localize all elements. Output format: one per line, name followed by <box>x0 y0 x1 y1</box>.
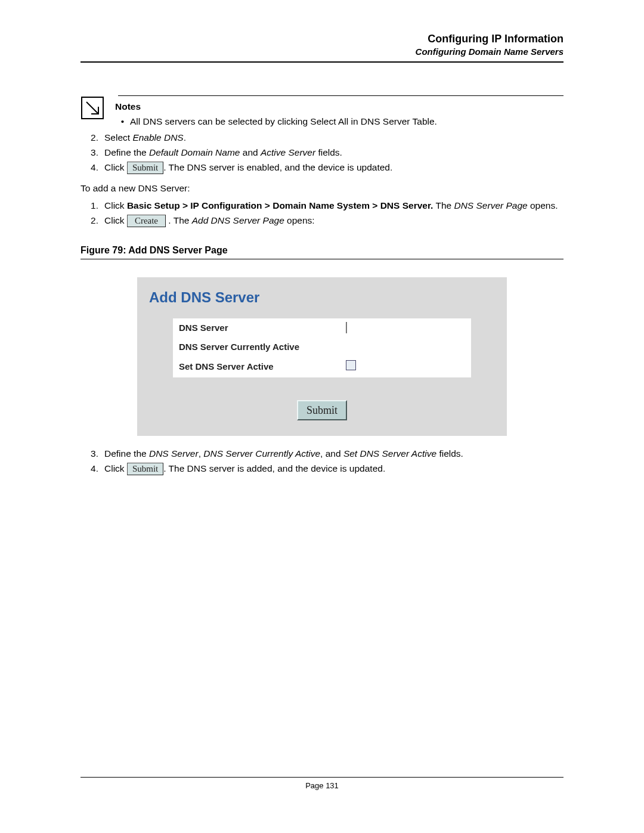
step-text: and <box>240 147 260 157</box>
submit-button-inline: Submit <box>127 463 163 475</box>
step-number: 3. <box>80 147 104 159</box>
dns-active-value <box>340 337 471 357</box>
set-active-label: Set DNS Server Active <box>173 357 340 377</box>
bullet-dot: • <box>115 116 130 128</box>
step-text: . The <box>166 215 192 225</box>
page-footer: Page 131 <box>80 777 564 790</box>
submit-button[interactable]: Submit <box>297 400 347 420</box>
step-em: Set DNS Server Active <box>343 448 436 459</box>
step-number: 2. <box>80 215 104 227</box>
footer-rule <box>80 777 564 778</box>
notes-bullet-text: All DNS servers can be selected by click… <box>130 116 437 128</box>
header-rule <box>80 61 564 63</box>
svg-line-1 <box>86 102 98 114</box>
step-text: opens. <box>528 200 558 210</box>
step-em: Active Server <box>261 147 315 157</box>
step-text: Click <box>104 215 127 225</box>
dns-form-table: DNS Server DNS Server Currently Active S… <box>173 318 471 377</box>
step-text: Define the <box>104 147 149 157</box>
steps-a-list: 2. Select Enable DNS. 3. Define the Defa… <box>80 132 564 174</box>
step-text: The <box>433 200 454 210</box>
submit-button-inline: Submit <box>127 162 163 174</box>
intro-paragraph: To add a new DNS Server: <box>80 182 564 195</box>
dns-server-input[interactable] <box>346 322 347 333</box>
step-text: . The DNS server is added, and the devic… <box>163 463 385 473</box>
figure-caption: Figure 79: Add DNS Server Page <box>80 244 564 257</box>
step-em: Enable DNS <box>132 132 183 143</box>
step-text: Click <box>104 200 127 210</box>
dns-server-label: DNS Server <box>173 318 340 337</box>
header-subtitle: Configuring Domain Name Servers <box>80 47 564 57</box>
step-text: Define the <box>104 448 149 459</box>
notes-label: Notes <box>115 101 564 113</box>
set-active-checkbox[interactable] <box>346 360 356 370</box>
step-em: DNS Server Currently Active <box>203 448 320 459</box>
content-area: Notes • All DNS servers can be selected … <box>80 95 564 475</box>
header-title: Configuring IP Information <box>80 33 564 45</box>
steps-b-list: 1. Click Basic Setup > IP Configuration … <box>80 200 564 227</box>
step-text: , and <box>320 448 343 459</box>
step-text: Select <box>104 132 132 143</box>
figure-top-rule <box>80 259 564 259</box>
create-button-inline: Create <box>127 215 166 227</box>
page-header: Configuring IP Information Configuring D… <box>80 33 564 57</box>
notes-block: Notes • All DNS servers can be selected … <box>80 96 564 128</box>
step-number: 2. <box>80 132 104 144</box>
step-number: 4. <box>80 162 104 174</box>
step-number: 3. <box>80 448 104 460</box>
step-number: 4. <box>80 463 104 475</box>
step-text: . <box>184 132 186 143</box>
notes-arrow-icon <box>80 96 104 120</box>
dns-active-label: DNS Server Currently Active <box>173 337 340 357</box>
step-text: Click <box>104 162 127 172</box>
step-text: , <box>199 448 204 459</box>
table-row: DNS Server <box>173 318 471 337</box>
step-em: Default Domain Name <box>149 147 240 157</box>
step-bold: Basic Setup > IP Configuration > Domain … <box>127 200 434 210</box>
step-text: . The DNS server is enabled, and the dev… <box>163 162 392 172</box>
page-number: Page 131 <box>80 781 564 790</box>
step-number: 1. <box>80 200 104 212</box>
table-row: Set DNS Server Active <box>173 357 471 377</box>
step-em: DNS Server Page <box>454 200 527 210</box>
panel-title: Add DNS Server <box>149 288 495 307</box>
step-em: DNS Server <box>149 448 199 459</box>
figure-area: Add DNS Server DNS Server DNS Server Cur… <box>137 277 507 435</box>
step-em: Add DNS Server Page <box>192 215 284 225</box>
steps-c-list: 3. Define the DNS Server, DNS Server Cur… <box>80 448 564 475</box>
table-row: DNS Server Currently Active <box>173 337 471 357</box>
step-text: fields. <box>315 147 342 157</box>
step-text: Click <box>104 463 127 473</box>
step-text: opens: <box>284 215 315 225</box>
step-text: fields. <box>436 448 463 459</box>
add-dns-panel: Add DNS Server DNS Server DNS Server Cur… <box>137 277 507 435</box>
